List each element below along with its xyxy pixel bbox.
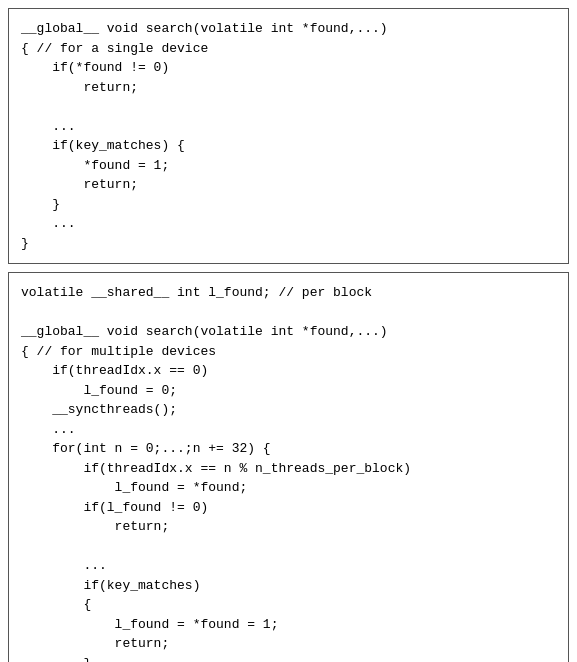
code-line: ...: [21, 420, 556, 440]
code-line: }: [21, 654, 556, 663]
code-line: return;: [21, 78, 556, 98]
code-block-1: __global__ void search(volatile int *fou…: [8, 8, 569, 264]
code-line: ...: [21, 556, 556, 576]
code-line: { // for a single device: [21, 39, 556, 59]
code-line: volatile __shared__ int l_found; // per …: [21, 283, 556, 303]
code-line: l_found = *found;: [21, 478, 556, 498]
code-line: [21, 303, 556, 323]
code-line: __global__ void search(volatile int *fou…: [21, 19, 556, 39]
code-line: *found = 1;: [21, 156, 556, 176]
code-line: l_found = *found = 1;: [21, 615, 556, 635]
code-line: if(key_matches) {: [21, 136, 556, 156]
code-line: if(l_found != 0): [21, 498, 556, 518]
code-line: l_found = 0;: [21, 381, 556, 401]
code-line: ...: [21, 214, 556, 234]
code-line: if(threadIdx.x == n % n_threads_per_bloc…: [21, 459, 556, 479]
code-line: __syncthreads();: [21, 400, 556, 420]
code-line: ...: [21, 117, 556, 137]
code-line: return;: [21, 175, 556, 195]
code-line: { // for multiple devices: [21, 342, 556, 362]
code-line: return;: [21, 634, 556, 654]
code-line: [21, 97, 556, 117]
code-line: {: [21, 595, 556, 615]
code-line: [21, 537, 556, 557]
code-line: if(threadIdx.x == 0): [21, 361, 556, 381]
code-line: }: [21, 195, 556, 215]
code-line: __global__ void search(volatile int *fou…: [21, 322, 556, 342]
code-line: return;: [21, 517, 556, 537]
code-line: for(int n = 0;...;n += 32) {: [21, 439, 556, 459]
code-line: }: [21, 234, 556, 254]
code-block-2: volatile __shared__ int l_found; // per …: [8, 272, 569, 662]
code-line: if(*found != 0): [21, 58, 556, 78]
code-line: if(key_matches): [21, 576, 556, 596]
